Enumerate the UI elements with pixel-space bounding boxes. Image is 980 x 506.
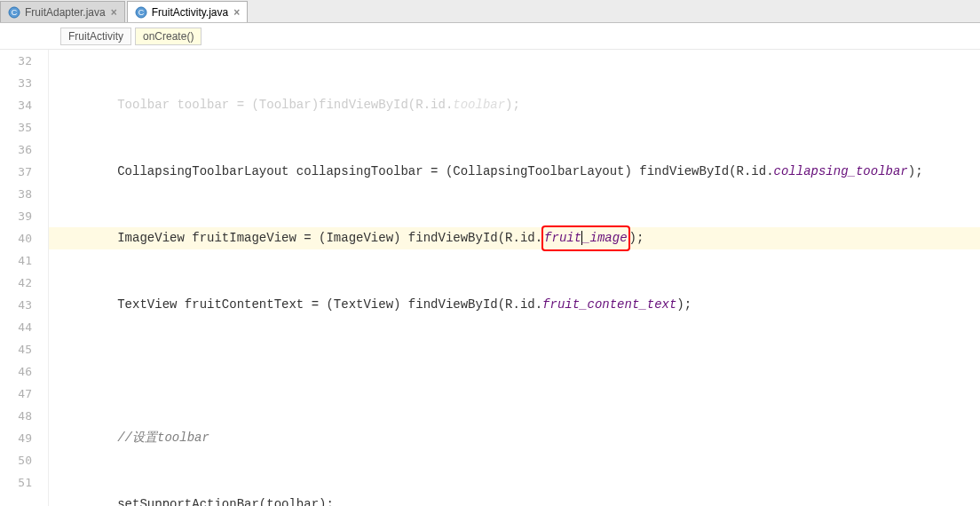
- code-line: Toolbar toolbar = (Toolbar)findViewById(…: [49, 94, 980, 116]
- line-gutter: 32333435 36373839 40414243 44454647 4849…: [0, 50, 49, 506]
- code-line-current: ImageView fruitImageView = (ImageView) f…: [49, 227, 980, 249]
- code-area[interactable]: Toolbar toolbar = (Toolbar)findViewById(…: [49, 50, 980, 506]
- crumb-class[interactable]: FruitActivity: [60, 28, 131, 45]
- code-line: CollapsingToolbarLayout collapsingToolba…: [49, 161, 980, 183]
- java-class-icon: C: [8, 6, 20, 19]
- highlight-box-1: fruit_image: [541, 225, 629, 251]
- tab-fruit-adapter[interactable]: C FruitAdapter.java ×: [0, 1, 125, 22]
- code-editor[interactable]: 32333435 36373839 40414243 44454647 4849…: [0, 50, 980, 506]
- close-icon[interactable]: ×: [111, 6, 117, 19]
- svg-text:C: C: [138, 8, 144, 17]
- code-line: TextView fruitContentText = (TextView) f…: [49, 294, 980, 316]
- text-caret: [581, 231, 582, 245]
- close-icon[interactable]: ×: [233, 6, 240, 19]
- java-class-icon: C: [135, 6, 147, 19]
- code-line: //设置toolbar: [49, 427, 980, 449]
- tab-label: FruitAdapter.java: [25, 6, 106, 19]
- breadcrumb: FruitActivity onCreate(): [0, 23, 980, 50]
- code-line: [49, 360, 980, 383]
- tab-label: FruitActivity.java: [152, 6, 228, 19]
- crumb-method[interactable]: onCreate(): [135, 28, 202, 45]
- code-line: setSupportActionBar(toolbar);: [49, 494, 980, 506]
- svg-text:C: C: [12, 8, 18, 17]
- tab-fruit-activity[interactable]: C FruitActivity.java ×: [127, 1, 248, 22]
- editor-tabs: C FruitAdapter.java × C FruitActivity.ja…: [0, 0, 980, 23]
